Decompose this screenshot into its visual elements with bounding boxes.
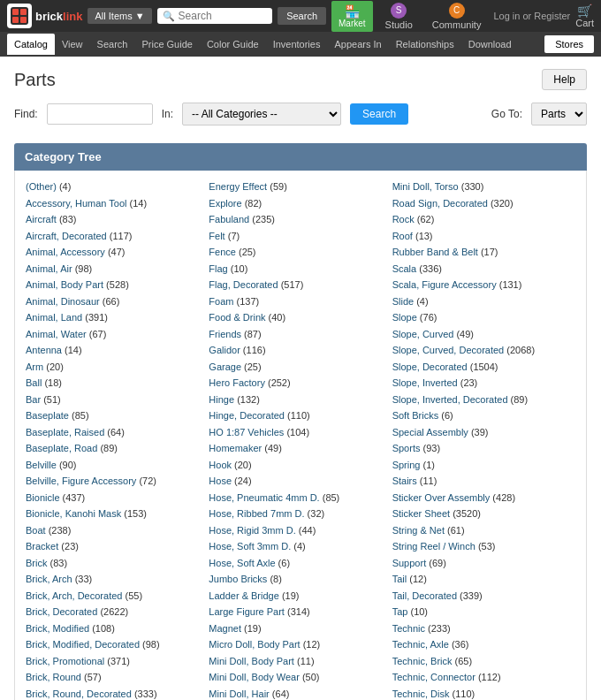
category-link[interactable]: Explore xyxy=(209,198,241,209)
category-link[interactable]: Soft Bricks xyxy=(392,410,439,421)
category-link[interactable]: Slope xyxy=(392,312,417,323)
category-link[interactable]: Hose, Soft 3mm D. xyxy=(209,541,291,552)
category-link[interactable]: Tail xyxy=(392,574,407,584)
category-link[interactable]: Ball xyxy=(26,377,42,388)
category-link[interactable]: Micro Doll, Body Part xyxy=(209,639,300,650)
category-link[interactable]: Brick, Decorated xyxy=(26,606,97,617)
category-link[interactable]: Baseplate, Raised xyxy=(26,427,104,438)
nav-catalog[interactable]: Catalog xyxy=(7,34,55,55)
nav-relationships[interactable]: Relationships xyxy=(389,34,461,55)
category-link[interactable]: Animal, Body Part xyxy=(26,279,103,290)
category-link[interactable]: Mini Doll, Torso xyxy=(392,181,459,192)
nav-color-guide[interactable]: Color Guide xyxy=(200,34,266,55)
category-link[interactable]: Brick, Arch, Decorated xyxy=(26,590,122,601)
category-link[interactable]: Slope, Curved, Decorated xyxy=(392,345,505,355)
category-link[interactable]: Magnet xyxy=(209,623,241,634)
category-link[interactable]: Sports xyxy=(392,443,421,453)
category-link[interactable]: Arm xyxy=(26,361,43,372)
category-link[interactable]: Brick, Round, Decorated xyxy=(26,689,132,699)
category-link[interactable]: Bracket xyxy=(26,541,58,552)
category-link[interactable]: Technic, Axle xyxy=(392,639,449,650)
category-select[interactable]: -- All Categories --(Other) (4)Accessory… xyxy=(182,103,341,126)
category-link[interactable]: Hook xyxy=(209,460,232,470)
category-link[interactable]: Aircraft xyxy=(26,214,57,224)
category-link[interactable]: Fabuland xyxy=(209,214,249,224)
category-link[interactable]: Rubber Band & Belt xyxy=(392,247,478,257)
category-link[interactable]: Galidor xyxy=(209,345,240,355)
category-link[interactable]: Technic, Connector xyxy=(392,672,475,682)
find-input[interactable] xyxy=(47,103,153,125)
category-link[interactable]: Roof xyxy=(392,231,413,241)
nav-price-guide[interactable]: Price Guide xyxy=(134,34,199,55)
studio-button[interactable]: S Studio xyxy=(378,0,420,34)
nav-view[interactable]: View xyxy=(55,34,90,55)
search-input[interactable] xyxy=(179,10,268,22)
category-link[interactable]: Brick, Modified xyxy=(26,623,89,634)
category-link[interactable]: Brick, Promotional xyxy=(26,656,104,666)
category-link[interactable]: Fence xyxy=(209,247,236,257)
category-link[interactable]: Food & Drink xyxy=(209,312,265,323)
search-button-main[interactable]: Search xyxy=(350,103,408,125)
category-link[interactable]: Technic, Disk xyxy=(392,689,450,699)
category-link[interactable]: Support xyxy=(392,558,427,568)
category-link[interactable]: HO 1:87 Vehicles xyxy=(209,427,284,438)
category-link[interactable]: Animal, Air xyxy=(26,263,72,274)
category-link[interactable]: Hero Factory xyxy=(209,377,265,388)
category-link[interactable]: Slide xyxy=(392,296,414,307)
category-link[interactable]: Baseplate xyxy=(26,410,69,421)
category-link[interactable]: Scala xyxy=(392,263,417,274)
category-link[interactable]: Mini Doll, Body Part xyxy=(209,656,294,666)
category-link[interactable]: Hose, Soft Axle xyxy=(209,558,275,568)
nav-appears-in[interactable]: Appears In xyxy=(327,34,388,55)
community-button[interactable]: C Community xyxy=(425,0,489,34)
category-link[interactable]: (Other) xyxy=(26,181,57,192)
category-link[interactable]: Slope, Curved xyxy=(392,329,454,339)
category-link[interactable]: Homemaker xyxy=(209,443,262,453)
category-link[interactable]: Rock xyxy=(392,214,415,224)
category-link[interactable]: Hose xyxy=(209,476,232,486)
category-link[interactable]: Sticker Sheet xyxy=(392,508,450,519)
category-link[interactable]: Bar xyxy=(26,394,41,405)
category-link[interactable]: Hose, Ribbed 7mm D. xyxy=(209,508,304,519)
category-link[interactable]: Brick xyxy=(26,558,47,568)
category-link[interactable]: Friends xyxy=(209,329,241,339)
category-link[interactable]: Brick, Modified, Decorated xyxy=(26,639,140,650)
category-link[interactable]: Tail, Decorated xyxy=(392,590,457,601)
category-link[interactable]: Mini Doll, Body Wear xyxy=(209,672,300,682)
category-link[interactable]: Hose, Rigid 3mm D. xyxy=(209,525,295,536)
category-link[interactable]: Slope, Decorated xyxy=(392,361,468,372)
category-link[interactable]: Hinge, Decorated xyxy=(209,410,285,421)
category-link[interactable]: Aircraft, Decorated xyxy=(26,231,107,241)
category-link[interactable]: Animal, Dinosaur xyxy=(26,296,100,307)
category-link[interactable]: Energy Effect xyxy=(209,181,267,192)
category-link[interactable]: Spring xyxy=(392,460,421,470)
cart-button[interactable]: 🛒 Cart xyxy=(575,4,594,28)
stores-button[interactable]: Stores xyxy=(544,35,594,53)
category-link[interactable]: Scala, Figure Accessory xyxy=(392,279,497,290)
category-link[interactable]: Foam xyxy=(209,296,233,307)
category-link[interactable]: Animal, Accessory xyxy=(26,247,105,257)
category-link[interactable]: Slope, Inverted xyxy=(392,377,458,388)
category-link[interactable]: Ladder & Bridge xyxy=(209,590,279,601)
category-link[interactable]: Baseplate, Road xyxy=(26,443,97,453)
market-button[interactable]: 🏪 Market xyxy=(331,1,373,32)
category-link[interactable]: Animal, Water xyxy=(26,329,87,339)
category-link[interactable]: Large Figure Part xyxy=(209,606,285,617)
category-link[interactable]: String & Net xyxy=(392,525,445,536)
goto-select[interactable]: Parts xyxy=(531,103,587,126)
help-button[interactable]: Help xyxy=(542,69,587,90)
nav-inventories[interactable]: Inventories xyxy=(266,34,328,55)
category-link[interactable]: Special Assembly xyxy=(392,427,468,438)
all-items-button[interactable]: All Items ▼ xyxy=(87,8,151,24)
nav-download[interactable]: Download xyxy=(461,34,519,55)
category-link[interactable]: Slope, Inverted, Decorated xyxy=(392,394,508,405)
category-link[interactable]: Bionicle, Kanohi Mask xyxy=(26,508,121,519)
category-link[interactable]: Sticker Over Assembly xyxy=(392,492,491,503)
category-link[interactable]: Technic, Brick xyxy=(392,656,453,666)
category-link[interactable]: Felt xyxy=(209,231,224,241)
search-button-top[interactable]: Search xyxy=(278,7,326,25)
category-link[interactable]: Flag, Decorated xyxy=(209,279,278,290)
category-link[interactable]: Brick, Round xyxy=(26,672,81,682)
category-link[interactable]: Mini Doll, Hair xyxy=(209,689,269,699)
category-link[interactable]: Technic xyxy=(392,623,425,634)
